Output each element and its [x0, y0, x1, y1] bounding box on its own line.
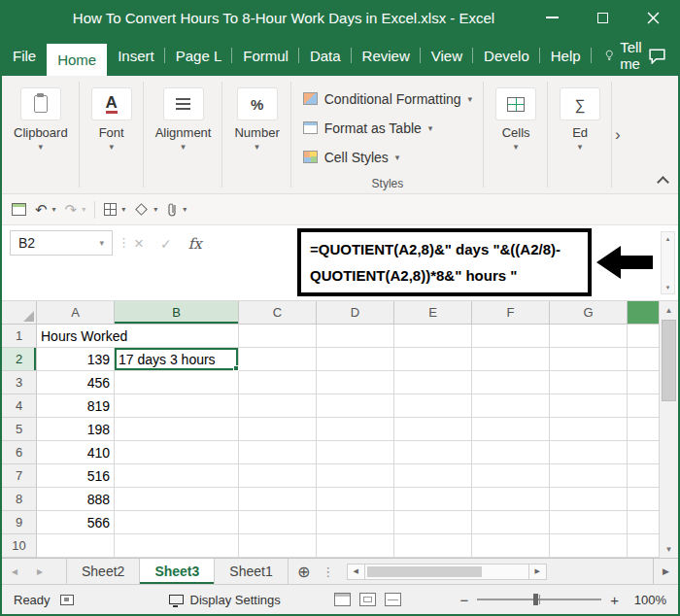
- grid-cell[interactable]: [472, 534, 550, 558]
- ribbon-group-number[interactable]: % Number ▾: [222, 76, 290, 193]
- grid-cell[interactable]: [472, 348, 550, 371]
- grid-cell[interactable]: [394, 418, 472, 441]
- borders-icon[interactable]: [104, 203, 117, 216]
- grid-cell[interactable]: 198: [37, 418, 115, 441]
- tab-scroll-left-button[interactable]: ◂: [2, 559, 27, 584]
- ribbon-group-alignment[interactable]: Alignment ▾: [144, 76, 223, 193]
- grid-cell[interactable]: [472, 511, 550, 534]
- insert-function-button[interactable]: fx: [188, 235, 202, 253]
- grid-cell[interactable]: 139: [37, 348, 115, 371]
- grid-cell[interactable]: [115, 488, 239, 511]
- grid-cell[interactable]: 456: [37, 371, 115, 394]
- row-header[interactable]: 9: [2, 511, 37, 534]
- grid-cell[interactable]: [628, 371, 659, 394]
- grid-cell[interactable]: [628, 464, 659, 488]
- grid-cell[interactable]: 516: [37, 464, 115, 488]
- grid-cell[interactable]: 566: [37, 511, 115, 534]
- grid-cell[interactable]: [394, 441, 472, 464]
- tell-me-button[interactable]: Tell me: [605, 35, 648, 76]
- grid-cell[interactable]: [550, 441, 628, 464]
- page-break-view-icon[interactable]: [385, 593, 401, 606]
- tab-data[interactable]: Data: [299, 35, 352, 76]
- scroll-left-icon[interactable]: ◀: [347, 564, 365, 580]
- format-as-table-button[interactable]: Format as Table ▾: [303, 115, 472, 141]
- grid-cell[interactable]: [115, 511, 239, 534]
- scroll-down-icon[interactable]: ▼: [660, 540, 678, 558]
- grid-cell[interactable]: [628, 394, 659, 418]
- grid-cell[interactable]: [472, 441, 550, 464]
- sheet-options-icon[interactable]: ⋮: [320, 559, 337, 584]
- ribbon-group-font[interactable]: A Font ▾: [80, 76, 144, 193]
- fill-handle[interactable]: [233, 365, 239, 371]
- normal-view-icon[interactable]: [334, 593, 351, 606]
- scroll-right-icon[interactable]: ▶: [528, 564, 547, 580]
- grid-cell[interactable]: Hours Worked: [37, 325, 115, 348]
- grid-cell[interactable]: [115, 325, 239, 348]
- grid-cell[interactable]: [239, 394, 317, 418]
- tab-insert[interactable]: Insert: [107, 35, 165, 76]
- tab-formulas[interactable]: Formul: [232, 35, 299, 76]
- row-header[interactable]: 3: [2, 371, 37, 394]
- tab-view[interactable]: View: [421, 35, 473, 76]
- column-header-c[interactable]: C: [239, 301, 317, 325]
- ribbon-group-editing[interactable]: ∑ Ed ▾: [548, 76, 612, 193]
- grid-cell[interactable]: [472, 371, 550, 394]
- tab-file[interactable]: File: [2, 35, 47, 76]
- display-settings-button[interactable]: Display Settings: [169, 593, 281, 607]
- column-header-b[interactable]: B: [115, 301, 239, 325]
- grid-cell[interactable]: 888: [37, 488, 115, 511]
- selected-cell[interactable]: 17 days 3 hours: [115, 348, 239, 371]
- tab-scroll-right-button[interactable]: ▸: [27, 559, 52, 584]
- new-sheet-icon[interactable]: [12, 203, 26, 216]
- formula-bar-scroll[interactable]: ▴ ▾: [661, 231, 675, 294]
- macro-record-icon[interactable]: [60, 595, 74, 605]
- grid-cell[interactable]: [317, 464, 394, 488]
- grid-cell[interactable]: [550, 325, 628, 348]
- chevron-down-icon[interactable]: ▾: [255, 143, 259, 152]
- grid-cell[interactable]: [317, 325, 394, 348]
- sheet-tab-sheet3[interactable]: Sheet3: [140, 559, 215, 584]
- grid-cell[interactable]: [550, 511, 628, 534]
- grid-cell[interactable]: [115, 394, 239, 418]
- grid-cell[interactable]: [115, 534, 239, 558]
- zoom-in-button[interactable]: +: [610, 592, 619, 608]
- chevron-down-icon[interactable]: ▾: [514, 143, 519, 152]
- vertical-scrollbar-thumb[interactable]: [662, 320, 676, 401]
- number-button[interactable]: %: [237, 87, 278, 120]
- grid-cell[interactable]: [472, 325, 550, 348]
- editing-button[interactable]: ∑: [560, 87, 600, 120]
- confirm-entry-button[interactable]: ✓: [160, 236, 172, 252]
- grid-cell[interactable]: [239, 534, 317, 558]
- grid-cell[interactable]: [394, 371, 472, 394]
- grid-cell[interactable]: [317, 441, 394, 464]
- grid-cell[interactable]: [239, 464, 317, 488]
- column-header-f[interactable]: F: [472, 301, 550, 325]
- redo-icon[interactable]: ↷: [65, 202, 78, 217]
- sheet-tab-sheet2[interactable]: Sheet2: [66, 559, 140, 584]
- cell-styles-button[interactable]: Cell Styles ▾: [303, 144, 472, 170]
- cancel-entry-button[interactable]: ×: [134, 234, 144, 254]
- comments-button[interactable]: [648, 35, 666, 76]
- column-header-d[interactable]: D: [317, 301, 394, 325]
- column-header-g[interactable]: G: [550, 301, 628, 325]
- grid-cell[interactable]: [550, 488, 628, 511]
- grid-cell[interactable]: [550, 418, 628, 441]
- grid-cell[interactable]: [317, 511, 394, 534]
- tab-home[interactable]: Home: [47, 44, 107, 76]
- tab-page-layout[interactable]: Page L: [165, 35, 233, 76]
- grid-cell[interactable]: [394, 394, 472, 418]
- collapse-ribbon-button[interactable]: [658, 175, 667, 185]
- row-header[interactable]: 6: [2, 441, 37, 464]
- column-header-e[interactable]: E: [394, 301, 472, 325]
- grid-cell[interactable]: [550, 394, 628, 418]
- grid-cell[interactable]: [628, 441, 659, 464]
- grid-cell[interactable]: [472, 464, 550, 488]
- grid-cell[interactable]: [550, 464, 628, 488]
- grid-cell[interactable]: [239, 488, 317, 511]
- grid-cell[interactable]: [628, 325, 659, 348]
- grid-cell[interactable]: [550, 371, 628, 394]
- grid-cell[interactable]: [37, 534, 115, 558]
- alignment-button[interactable]: [163, 87, 204, 120]
- tab-review[interactable]: Review: [352, 35, 421, 76]
- grid-cell[interactable]: [317, 394, 394, 418]
